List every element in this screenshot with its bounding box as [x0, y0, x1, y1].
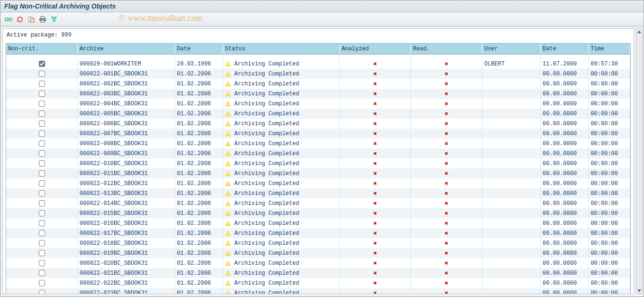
archive-cell: 000822-011BC_SBOOK31: [78, 168, 175, 178]
date2-cell: 00.00.0000: [541, 129, 589, 139]
archive-cell: 000822-022BC_SBOOK31: [78, 278, 175, 288]
read-cell: ✖: [411, 109, 482, 119]
noncrit-checkbox[interactable]: [39, 250, 45, 256]
x-icon: ✖: [413, 80, 480, 88]
noncrit-cell: [6, 168, 78, 178]
noncrit-cell: [6, 89, 78, 99]
col-user[interactable]: User: [482, 44, 540, 54]
time-cell: 00:00:00: [589, 208, 630, 218]
col-date[interactable]: Date: [175, 44, 223, 54]
noncrit-checkbox[interactable]: [39, 61, 45, 67]
status-text: Archiving Completed: [235, 121, 299, 127]
vertical-scrollbar[interactable]: [636, 28, 643, 294]
noncrit-checkbox[interactable]: [39, 81, 45, 87]
col-time[interactable]: Time: [589, 44, 630, 54]
date2-cell: 00.00.0000: [541, 109, 589, 119]
date2-cell: 00.00.0000: [541, 258, 589, 268]
scroll-down-icon[interactable]: [637, 289, 641, 292]
date-cell: 01.02.2006: [175, 218, 223, 228]
x-icon: ✖: [413, 200, 480, 207]
status-text: Archiving Completed: [235, 160, 299, 167]
noncrit-checkbox[interactable]: [39, 130, 45, 137]
read-cell: ✖: [411, 258, 482, 268]
col-date2[interactable]: Date: [541, 44, 589, 54]
noncrit-checkbox[interactable]: [39, 180, 45, 186]
status-text: Archiving Completed: [235, 190, 299, 197]
noncrit-checkbox[interactable]: [39, 210, 45, 216]
detail-icon[interactable]: [26, 14, 36, 25]
noncrit-cell: [6, 258, 78, 268]
noncrit-checkbox[interactable]: [39, 91, 45, 97]
status-cell: Archiving Completed: [223, 178, 339, 188]
col-read[interactable]: Read.: [411, 44, 482, 54]
read-cell: ✖: [411, 119, 482, 129]
refresh-icon[interactable]: [15, 14, 25, 25]
noncrit-checkbox[interactable]: [39, 200, 45, 206]
col-noncrit[interactable]: Non-crit.: [6, 44, 78, 54]
date2-cell: 00.00.0000: [541, 248, 589, 258]
status-text: Archiving Completed: [235, 101, 299, 107]
x-icon: ✖: [413, 90, 480, 98]
noncrit-checkbox[interactable]: [39, 220, 45, 226]
glasses-icon[interactable]: [3, 14, 14, 25]
date2-cell: 00.00.0000: [541, 139, 589, 148]
noncrit-checkbox[interactable]: [39, 240, 45, 246]
read-cell: ✖: [411, 218, 482, 228]
user-cell: [482, 278, 540, 288]
x-icon: ✖: [413, 240, 480, 247]
toolbar: © www.tutorialkart.com: [0, 12, 644, 27]
archive-cell: 000822-015BC_SBOOK31: [78, 208, 175, 218]
warning-icon: [225, 151, 231, 156]
x-icon: ✖: [413, 180, 480, 187]
status-cell: Archiving Completed: [223, 158, 339, 168]
noncrit-cell: [6, 198, 78, 208]
svg-point-0: [5, 18, 8, 21]
date-cell: 01.02.2006: [175, 228, 223, 238]
noncrit-checkbox[interactable]: [39, 140, 45, 147]
warning-icon: [225, 201, 231, 206]
read-cell: ✖: [411, 288, 482, 294]
noncrit-checkbox[interactable]: [39, 121, 45, 127]
archive-cell: 000822-018BC_SBOOK31: [78, 238, 175, 248]
user-cell: [482, 148, 540, 158]
filter-icon[interactable]: [49, 14, 59, 25]
noncrit-checkbox[interactable]: [39, 160, 45, 167]
app-frame: Flag Non-Critical Archiving Objects © ww…: [0, 0, 644, 297]
noncrit-checkbox[interactable]: [39, 71, 45, 77]
analyzed-cell: ✖: [339, 158, 411, 168]
noncrit-checkbox[interactable]: [39, 111, 45, 117]
col-archive[interactable]: Archive: [78, 44, 175, 54]
warning-icon: [225, 191, 231, 196]
scroll-up-icon[interactable]: [637, 30, 641, 33]
status-cell: Archiving Completed: [223, 218, 339, 228]
noncrit-checkbox[interactable]: [39, 101, 45, 107]
date-cell: 01.02.2006: [175, 148, 223, 158]
noncrit-checkbox[interactable]: [39, 280, 45, 286]
date2-cell: 00.00.0000: [541, 288, 589, 294]
noncrit-checkbox[interactable]: [39, 150, 45, 157]
status-text: Archiving Completed: [235, 130, 299, 137]
read-cell: ✖: [411, 129, 482, 139]
archive-cell: 000822-001BC_SBOOK31: [78, 69, 175, 79]
date-cell: 01.02.2006: [175, 99, 223, 109]
noncrit-checkbox[interactable]: [39, 290, 45, 294]
print-icon[interactable]: [37, 14, 48, 25]
x-icon: ✖: [342, 289, 409, 295]
warning-icon: [225, 251, 231, 256]
noncrit-checkbox[interactable]: [39, 270, 45, 276]
col-analyzed[interactable]: Analyzed: [339, 44, 411, 54]
user-cell: [482, 188, 540, 198]
analyzed-cell: ✖: [339, 288, 411, 294]
table-row: 000822-003BC_SBOOK3101.02.2006Archiving …: [6, 89, 630, 99]
date-cell: 01.02.2006: [175, 288, 223, 294]
col-status[interactable]: Status: [223, 44, 339, 54]
x-icon: ✖: [413, 120, 480, 128]
title-bar: Flag Non-Critical Archiving Objects: [0, 0, 644, 12]
noncrit-checkbox[interactable]: [39, 230, 45, 236]
noncrit-cell: [6, 228, 78, 238]
noncrit-checkbox[interactable]: [39, 190, 45, 196]
analyzed-cell: ✖: [339, 258, 411, 268]
noncrit-checkbox[interactable]: [39, 260, 45, 266]
table-row: 000822-016BC_SBOOK3101.02.2006Archiving …: [6, 218, 630, 228]
noncrit-checkbox[interactable]: [39, 170, 45, 176]
